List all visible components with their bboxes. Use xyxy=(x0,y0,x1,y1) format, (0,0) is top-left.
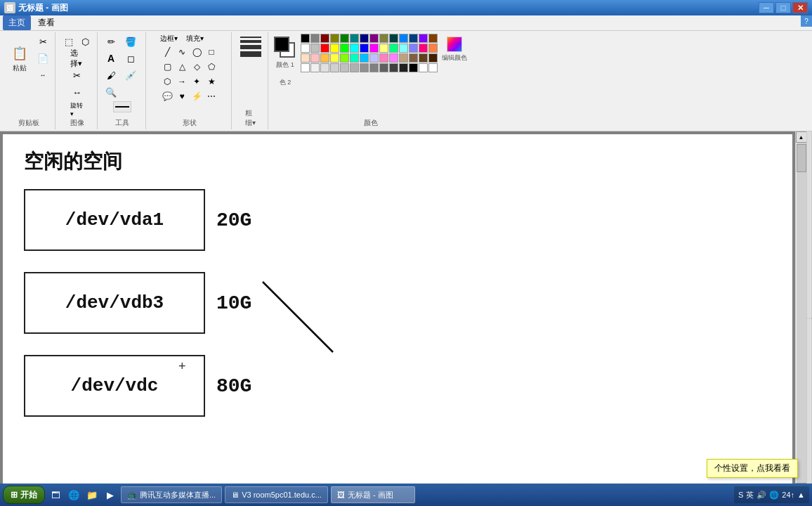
crop-button[interactable]: ✂ xyxy=(70,67,85,83)
color-swatch-3-6[interactable] xyxy=(360,63,369,72)
popup-message[interactable]: 个性设置，点我看看 xyxy=(707,459,798,478)
brush-button[interactable]: 🖌 xyxy=(103,67,119,83)
curve-tool[interactable]: ∿ xyxy=(175,45,189,59)
color-swatch-2-7[interactable] xyxy=(369,53,379,63)
color-swatch-0-6[interactable] xyxy=(360,34,369,43)
color-swatch-1-11[interactable] xyxy=(409,44,418,53)
scroll-up-button[interactable]: ▲ xyxy=(796,131,807,143)
color-swatch-1-6[interactable] xyxy=(360,44,369,53)
color-swatch-2-9[interactable] xyxy=(389,53,398,63)
color-swatch-3-12[interactable] xyxy=(419,63,428,72)
color-swatch-3-8[interactable] xyxy=(379,63,388,72)
color-swatch-0-13[interactable] xyxy=(428,34,438,43)
taskbar-item-broadcast[interactable]: 📺 腾讯互动多媒体直播... xyxy=(121,486,222,503)
folder-button[interactable]: 📁 xyxy=(84,487,100,502)
color-swatch-0-8[interactable] xyxy=(379,34,388,43)
color-swatch-1-10[interactable] xyxy=(399,44,408,53)
color-swatch-0-3[interactable] xyxy=(330,34,339,43)
maximize-button[interactable]: □ xyxy=(775,2,791,13)
star5-tool[interactable]: ★ xyxy=(204,74,218,89)
color-swatch-3-10[interactable] xyxy=(399,63,408,72)
size-3[interactable] xyxy=(240,45,261,49)
more-shapes[interactable]: ⋯ xyxy=(204,89,218,103)
colorpicker-button[interactable]: 💉 xyxy=(123,67,138,83)
color-swatch-0-2[interactable] xyxy=(320,34,329,43)
color-swatch-3-13[interactable] xyxy=(428,63,438,72)
color-swatch-3-4[interactable] xyxy=(340,63,349,72)
sidebar-handle[interactable]: ⋮ xyxy=(806,131,812,505)
color-swatch-3-1[interactable] xyxy=(310,63,320,72)
color-swatch-1-5[interactable] xyxy=(350,44,359,53)
color-swatch-3-2[interactable] xyxy=(320,63,329,72)
color-swatch-1-13[interactable] xyxy=(428,44,438,53)
show-desktop-button[interactable]: 🗔 xyxy=(48,487,63,502)
lang-indicator[interactable]: 英 xyxy=(746,490,754,500)
color-swatch-0-5[interactable] xyxy=(350,34,359,43)
select-rect-button[interactable]: ⬚ xyxy=(61,34,77,49)
pencil-button[interactable]: ✏ xyxy=(103,34,119,49)
minimize-button[interactable]: ─ xyxy=(759,2,774,13)
select-free-button[interactable]: ⬡ xyxy=(77,34,93,49)
roundrect-tool[interactable]: ▢ xyxy=(160,60,174,74)
color-swatch-3-0[interactable] xyxy=(301,63,310,72)
rotate-button[interactable]: 旋转▾ xyxy=(70,101,85,117)
taskbar-item-paint[interactable]: 🖼 无标题 - 画图 xyxy=(331,486,415,503)
pentagon-tool[interactable]: ⬠ xyxy=(204,60,218,74)
color-swatch-1-7[interactable] xyxy=(369,44,379,53)
oval-tool[interactable]: ◯ xyxy=(190,45,204,59)
canvas-scroll[interactable]: 空闲的空间 /dev/vda1 20G xyxy=(0,131,795,494)
magnifier-button[interactable]: 🔍 xyxy=(103,84,119,100)
color-swatch-1-3[interactable] xyxy=(330,44,339,53)
color-swatch-0-9[interactable] xyxy=(389,34,398,43)
close-button[interactable]: ✕ xyxy=(792,2,808,13)
star4-tool[interactable]: ✦ xyxy=(190,74,204,89)
color-swatch-0-11[interactable] xyxy=(409,34,418,43)
arrow-tool[interactable]: → xyxy=(175,74,189,89)
color-swatch-2-10[interactable] xyxy=(399,53,408,63)
help-button[interactable]: ? xyxy=(801,15,812,27)
paste-button[interactable]: 📋 粘贴 xyxy=(7,42,32,74)
text-button[interactable]: A xyxy=(103,51,119,66)
color-swatch-1-9[interactable] xyxy=(389,44,398,53)
color-swatch-3-9[interactable] xyxy=(389,63,398,72)
taskbar-item-room[interactable]: 🖥 V3 room5pc01.tedu.c... xyxy=(225,486,328,503)
size-4[interactable] xyxy=(240,51,261,57)
scroll-thumb[interactable] xyxy=(797,144,806,172)
color-swatch-1-0[interactable] xyxy=(301,44,310,53)
eraser-button[interactable]: ◻ xyxy=(123,51,138,66)
line-tool[interactable]: ╱ xyxy=(160,45,174,59)
color-swatch-0-10[interactable] xyxy=(399,34,408,43)
size-2[interactable] xyxy=(240,40,261,43)
notification-area[interactable]: ▲ xyxy=(797,491,805,499)
color-swatch-2-0[interactable] xyxy=(301,53,310,63)
color-swatch-1-2[interactable] xyxy=(320,44,329,53)
color-swatch-2-8[interactable] xyxy=(379,53,388,63)
menu-home[interactable]: 主页 xyxy=(3,15,31,30)
color-swatch-1-12[interactable] xyxy=(419,44,428,53)
color-swatch-2-6[interactable] xyxy=(360,53,369,63)
cut-button[interactable]: ✂ xyxy=(35,34,51,49)
volume-icon[interactable]: 🔊 xyxy=(757,491,766,500)
size-1[interactable] xyxy=(240,37,261,38)
lightning-tool[interactable]: ⚡ xyxy=(190,89,204,103)
color-swatch-0-7[interactable] xyxy=(369,34,379,43)
resize-button[interactable]: ↔ xyxy=(35,67,51,83)
heart-tool[interactable]: ♥ xyxy=(175,89,189,103)
start-button[interactable]: ⊞ 开始 xyxy=(3,486,45,504)
copy-button[interactable]: 📄 xyxy=(35,51,51,66)
color-swatch-1-4[interactable] xyxy=(340,44,349,53)
color-swatch-2-5[interactable] xyxy=(350,53,359,63)
custom-color-btn[interactable] xyxy=(447,37,462,52)
callout-tool[interactable]: 💬 xyxy=(160,89,174,103)
media-button[interactable]: ▶ xyxy=(103,487,118,502)
color-swatch-2-1[interactable] xyxy=(310,53,320,63)
fill-button[interactable]: 🪣 xyxy=(123,34,138,49)
color-swatch-3-3[interactable] xyxy=(330,63,339,72)
color-swatch-0-12[interactable] xyxy=(419,34,428,43)
color-swatch-0-1[interactable] xyxy=(310,34,320,43)
color-swatch-2-11[interactable] xyxy=(409,53,418,63)
color-swatch-0-4[interactable] xyxy=(340,34,349,43)
color-swatch-1-8[interactable] xyxy=(379,44,388,53)
color-swatch-2-3[interactable] xyxy=(330,53,339,63)
color-swatch-0-0[interactable] xyxy=(301,34,310,43)
